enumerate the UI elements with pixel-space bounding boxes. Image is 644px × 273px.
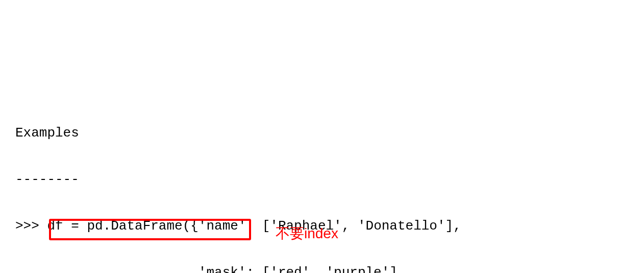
divider-line: --------: [15, 168, 629, 192]
code-text: df = pd.DataFrame({'name': ['Raphael', '…: [47, 218, 461, 234]
code-line-4: ... 'mask': ['red', 'purple'],: [15, 261, 629, 274]
annotation-text: 不要index: [276, 221, 338, 246]
continuation-prompt: ...: [15, 265, 199, 274]
repl-prompt: >>>: [15, 218, 47, 234]
code-example-block: Examples -------- >>> df = pd.DataFrame(…: [15, 98, 629, 273]
examples-header: Examples: [15, 122, 629, 145]
code-text: 'mask': ['red', 'purple'],: [199, 265, 406, 274]
